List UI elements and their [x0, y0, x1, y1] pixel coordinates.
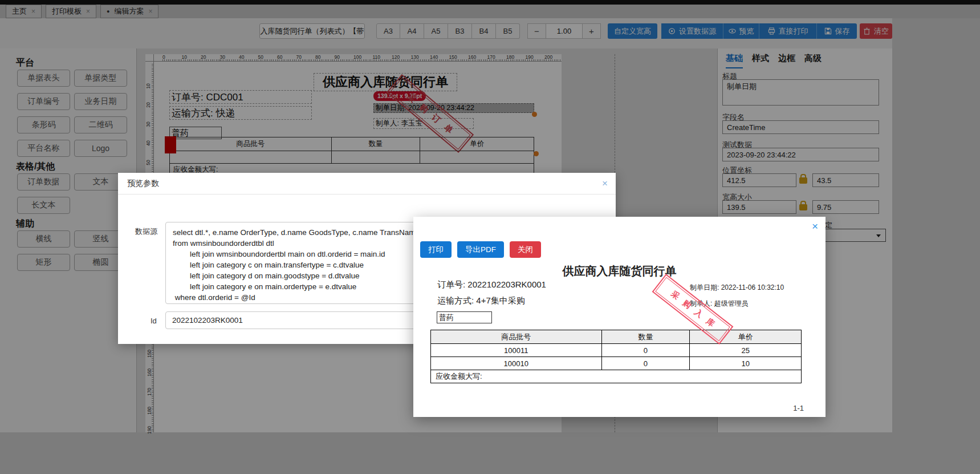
cell-batch: 100011: [431, 344, 602, 357]
table-row: 100010 0 10: [431, 357, 802, 370]
close-icon[interactable]: ×: [812, 220, 818, 233]
print-preview-modal: × 打印 导出PDF 关闭 供应商入库随货同行单 订单号: 2022102203…: [413, 217, 826, 417]
cell-qty: 0: [601, 357, 690, 370]
table-footer-row: 应收金额大写:: [431, 370, 802, 383]
preview-create-date: 制单日期: 2022-11-06 10:32:10: [690, 283, 784, 293]
cell-qty: 0: [601, 344, 690, 357]
export-pdf-button[interactable]: 导出PDF: [457, 241, 504, 258]
preview-doc-title: 供应商入库随货同行单: [420, 264, 819, 279]
page-indicator: 1-1: [793, 404, 804, 412]
id-label: Id: [151, 317, 157, 325]
datasource-label: 数据源: [135, 226, 157, 237]
print-button[interactable]: 打印: [420, 241, 452, 258]
modal-header: 预览参数: [118, 173, 616, 195]
close-button[interactable]: 关闭: [510, 241, 541, 258]
preview-goods-type: 普药: [437, 311, 492, 323]
preview-table: 商品批号 数量 单价 100011 0 25 100010 0 10 应收金额大…: [430, 330, 802, 383]
table-row: 100011 0 25: [431, 344, 802, 357]
preview-actions: 打印 导出PDF 关闭: [420, 241, 541, 258]
preview-transport: 运输方式: 4+7集中采购: [437, 295, 525, 306]
preview-header-batch: 商品批号: [431, 330, 602, 344]
app-window: 主页 × 打印模板 × ● 编辑方案 × 入库随货同行单（列表式）【带 A3 A…: [0, 0, 980, 474]
close-icon[interactable]: ×: [602, 178, 608, 189]
preview-order-no: 订单号: 2022102203RK0001: [437, 279, 546, 290]
cell-batch: 100010: [431, 357, 602, 370]
cell-price: 10: [690, 357, 802, 370]
cell-price: 25: [690, 344, 802, 357]
preview-header-qty: 数量: [601, 330, 690, 344]
footer-cell: 应收金额大写:: [431, 370, 802, 383]
modal-title: 预览参数: [127, 179, 159, 189]
